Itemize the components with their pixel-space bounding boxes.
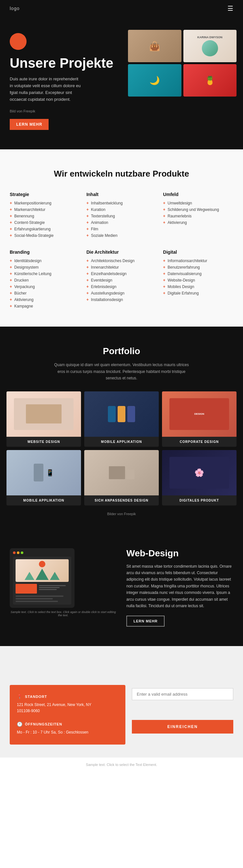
- portfolio-label-4: SICH ANPASSENDES DESIGN: [84, 495, 159, 505]
- services-item-4-1: Innenarchitektur: [87, 265, 157, 270]
- services-item-2-1: Schilderung und Wegweisung: [163, 207, 233, 212]
- hero-section: Unsere Projekte Duis aute irure dolor in…: [0, 17, 243, 149]
- contact-section: 📍 STANDORT 121 Rock Street, 21 Avenue, N…: [0, 665, 243, 757]
- mountain-small2: [50, 572, 60, 580]
- portfolio-label-0: WEBSITE DESIGN: [6, 437, 81, 447]
- mockup-caption: Sample text. Click to select the text bo…: [10, 611, 117, 617]
- services-item-4-2: Einzelhandelsdesign: [87, 272, 157, 276]
- contact-form: EINREICHEN: [132, 685, 233, 745]
- services-item-4-3: Eventdesign: [87, 278, 157, 282]
- portfolio-item-5[interactable]: 🌸DIGITALES PRODUKT: [162, 450, 237, 505]
- location-icon: 📍: [17, 694, 22, 699]
- services-section: Wir entwickeln nutzbare Produkte Strateg…: [0, 149, 243, 327]
- mountains-group: [25, 569, 60, 580]
- hours-text: Mo - Fr : 10 - 7 Uhr Sa, So : Geschlosse…: [17, 729, 118, 736]
- services-grid: StrategieMarkenpositionierungMarkenarchi…: [10, 192, 233, 310]
- dot-red: [13, 552, 16, 554]
- email-input[interactable]: [132, 688, 233, 700]
- webdesign-cta-button[interactable]: LERN MEHR: [126, 616, 164, 627]
- browser-body: [13, 557, 71, 604]
- services-column-5: DigitalInformationsarchitekturBenutzerer…: [163, 249, 233, 310]
- hero-cta-button[interactable]: LERN MEHR: [10, 119, 49, 130]
- services-item-2-0: Umweltdesign: [163, 201, 233, 206]
- services-col-heading-3: Branding: [10, 249, 80, 255]
- hero-image-3: 🌙: [128, 64, 181, 97]
- portfolio-credit: Bilder von Freepik: [6, 512, 237, 516]
- hours-icon-row: 🕐 ÖFFNUNGSZEITEN: [17, 721, 118, 727]
- services-col-heading-0: Strategie: [10, 192, 80, 197]
- webdesign-title: Web-Design: [126, 548, 233, 559]
- services-item-3-4: Verpackung: [10, 284, 80, 289]
- services-col-heading-5: Digital: [163, 249, 233, 255]
- footer-text: Sample text. Click to select the Text El…: [10, 763, 233, 767]
- webdesign-description: Sit amet massa vitae tortor condimentum …: [126, 563, 233, 610]
- submit-button[interactable]: EINREICHEN: [132, 720, 233, 734]
- services-column-4: Die ArchitekturArchitektonisches DesignI…: [87, 249, 157, 310]
- contact-info-card: 📍 STANDORT 121 Rock Street, 21 Avenue, N…: [10, 685, 125, 745]
- services-item-2-3: Aktivierung: [163, 220, 233, 225]
- browser-dots: [13, 552, 71, 554]
- contact-address: 📍 STANDORT 121 Rock Street, 21 Avenue, N…: [17, 694, 118, 714]
- portfolio-label-3: MOBILE APPLIKATION: [6, 495, 81, 505]
- services-item-3-6: Aktivierung: [10, 298, 80, 302]
- portfolio-label-2: CORPORATE DESIGN: [162, 437, 237, 447]
- hero-image-1: 👜: [128, 30, 181, 62]
- hero-card-name: KARINA DWYSON: [197, 36, 222, 39]
- services-item-1-2: Texterstellung: [87, 214, 157, 218]
- navbar: logo ☰: [0, 0, 243, 17]
- services-column-0: StrategieMarkenpositionierungMarkenarchi…: [10, 192, 80, 240]
- mockup-line-1: [16, 595, 63, 597]
- services-item-3-1: Designsystem: [10, 265, 80, 270]
- services-item-5-3: Website-Design: [163, 278, 233, 282]
- hero-title: Unsere Projekte: [10, 56, 118, 71]
- footer: Sample text. Click to select the Text El…: [0, 757, 243, 772]
- webdesign-section: Sample text. Click to select the text bo…: [0, 529, 243, 646]
- services-item-5-4: Mobiles Design: [163, 284, 233, 289]
- portfolio-item-4[interactable]: SICH ANPASSENDES DESIGN: [84, 450, 159, 505]
- services-col-heading-2: Umfeld: [163, 192, 233, 197]
- services-item-5-5: Digitale Erfahrung: [163, 291, 233, 296]
- services-item-1-3: Animation: [87, 220, 157, 225]
- services-column-3: BrandingIdentitätsdesignDesignsystemKüns…: [10, 249, 80, 310]
- webdesign-mockup-container: Sample text. Click to select the text bo…: [10, 548, 117, 617]
- services-item-3-3: Drucken: [10, 278, 80, 282]
- address-label: STANDORT: [25, 695, 47, 699]
- services-column-1: InhaltInhaltsentwicklungKurationTexterst…: [87, 192, 157, 240]
- address-text: 121 Rock Street, 21 Avenue, New York, NY…: [17, 702, 118, 714]
- portfolio-label-5: DIGITALES PRODUKT: [162, 495, 237, 505]
- webdesign-content: Web-Design Sit amet massa vitae tortor c…: [126, 548, 233, 627]
- services-item-1-5: Soziale Medien: [87, 233, 157, 238]
- address-icon-row: 📍 STANDORT: [17, 694, 118, 699]
- services-item-3-5: Bücher: [10, 291, 80, 296]
- services-item-0-3: Content-Strategie: [10, 220, 80, 225]
- services-item-1-1: Kuration: [87, 207, 157, 212]
- services-item-0-0: Markenpositionierung: [10, 201, 80, 206]
- portfolio-item-0[interactable]: WEBSITE DESIGN: [6, 392, 81, 447]
- portfolio-grid: WEBSITE DESIGNMOBILE APPLIKATIONDESIGNCO…: [6, 392, 237, 505]
- portfolio-item-1[interactable]: MOBILE APPLIKATION: [84, 392, 159, 447]
- portfolio-image-3: 📱: [6, 450, 81, 495]
- portfolio-image-5: 🌸: [162, 450, 237, 495]
- services-item-4-4: Erlebnisdesign: [87, 284, 157, 289]
- mountain-large: [36, 569, 49, 580]
- portfolio-item-2[interactable]: DESIGNCORPORATE DESIGN: [162, 392, 237, 447]
- portfolio-label-1: MOBILE APPLIKATION: [84, 437, 159, 447]
- portfolio-title: Portfolio: [6, 346, 237, 356]
- portfolio-item-3[interactable]: 📱MOBILE APPLIKATION: [6, 450, 81, 505]
- hero-image-4: 🍍: [183, 64, 237, 97]
- portfolio-image-4: [84, 450, 159, 495]
- services-title: Wir entwickeln nutzbare Produkte: [10, 169, 233, 179]
- services-item-3-0: Identitätsdesign: [10, 258, 80, 263]
- portfolio-image-1: [84, 392, 159, 437]
- menu-icon[interactable]: ☰: [227, 4, 233, 12]
- hero-images-grid: 👜 KARINA DWYSON 🌙 🍍: [128, 30, 237, 97]
- services-item-3-2: Künstlerische Leitung: [10, 272, 80, 276]
- mockup-line-3: [16, 601, 58, 602]
- portfolio-section: Portfolio Quam quisque id diam vel quam …: [0, 327, 243, 528]
- mockup-scene-image: [16, 559, 69, 582]
- portfolio-image-2: DESIGN: [162, 392, 237, 437]
- hours-label: ÖFFNUNGSZEITEN: [25, 722, 62, 726]
- portfolio-image-0: [6, 392, 81, 437]
- portfolio-description: Quam quisque id diam vel quam elementum.…: [50, 362, 193, 381]
- clock-icon: 🕐: [17, 721, 22, 727]
